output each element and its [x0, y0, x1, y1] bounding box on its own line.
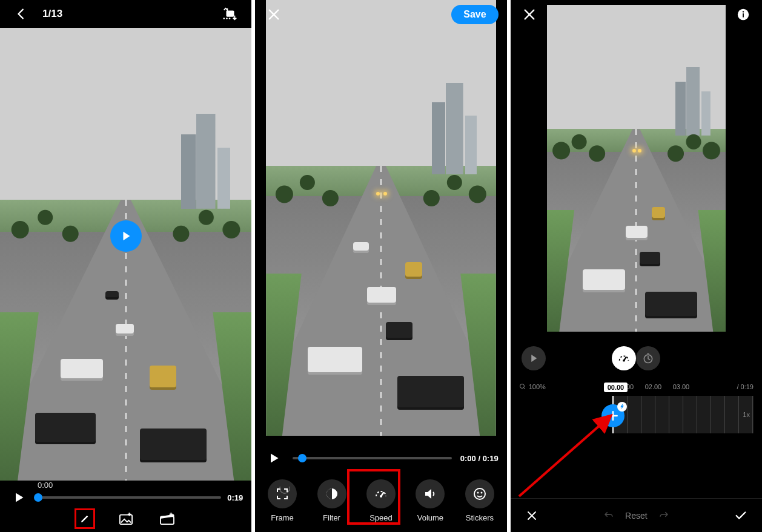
ruler-tick: 03.00: [673, 383, 701, 390]
svg-point-9: [477, 492, 479, 494]
seek-bar[interactable]: [293, 457, 451, 459]
save-button[interactable]: Save: [451, 5, 498, 24]
seek-row: 0:19: [0, 487, 251, 508]
center-controls: Reset: [603, 509, 669, 522]
play-button[interactable]: [263, 448, 284, 468]
zoom-control[interactable]: 100%: [519, 383, 546, 390]
play-icon: [528, 353, 539, 364]
ruler-tick: 02.00: [645, 383, 673, 390]
seek-knob[interactable]: [34, 493, 42, 502]
bottom-bar: Reset: [511, 498, 762, 532]
panel-media-preview: 1/13 0:00: [0, 0, 251, 532]
tool-speed[interactable]: Speed: [366, 479, 396, 522]
tool-volume[interactable]: Volume: [416, 479, 445, 522]
add-speed-point-button[interactable]: [601, 404, 625, 427]
tool-label: Stickers: [466, 513, 494, 522]
redo-icon: [658, 509, 669, 520]
svg-point-3: [229, 18, 231, 19]
svg-point-14: [623, 360, 625, 362]
track-marks: [614, 396, 754, 433]
close-button[interactable]: [519, 4, 540, 25]
play-button[interactable]: [522, 346, 546, 370]
filter-icon: [325, 487, 339, 501]
speed-mode-curve[interactable]: [612, 346, 636, 370]
back-button[interactable]: [11, 4, 31, 24]
info-button[interactable]: [733, 4, 754, 25]
svg-point-16: [520, 384, 524, 389]
seek-bar[interactable]: [35, 496, 221, 499]
svg-point-13: [743, 11, 744, 12]
stopwatch-icon: [642, 352, 654, 364]
frame-icon: [275, 487, 290, 501]
speed-mode-toggle: [612, 346, 660, 370]
close-button[interactable]: [263, 4, 284, 25]
add-clip-button[interactable]: [157, 508, 177, 529]
tool-label: Volume: [417, 513, 443, 522]
plus-icon: [607, 410, 619, 422]
confirm-button[interactable]: [731, 505, 751, 526]
volume-icon: [423, 487, 437, 501]
topbar: [511, 0, 762, 29]
tool-filter[interactable]: Filter: [317, 479, 346, 522]
svg-point-8: [474, 488, 485, 499]
close-icon: [267, 8, 280, 21]
magnifier-icon: [519, 383, 526, 390]
timeline-ruler: 100% • 01.00 02.00 03.00 / 0:19: [511, 380, 762, 393]
play-icon: [268, 452, 280, 464]
svg-rect-12: [743, 13, 744, 17]
clapper-icon: [159, 512, 175, 525]
tool-stickers[interactable]: Stickers: [465, 479, 494, 522]
seek-row: 0:00 / 0:19: [255, 448, 506, 468]
arrow-left-icon: [15, 7, 28, 21]
cancel-button[interactable]: [522, 505, 542, 526]
play-button-small[interactable]: [8, 487, 29, 508]
svg-point-2: [226, 18, 228, 19]
play-icon: [13, 491, 25, 504]
reset-button[interactable]: Reset: [625, 511, 648, 521]
svg-line-17: [519, 416, 610, 496]
tool-label: Frame: [271, 513, 294, 522]
topbar: Save: [255, 0, 506, 29]
add-image-icon: [119, 512, 133, 525]
check-icon: [734, 509, 747, 522]
speedometer-icon: [617, 352, 631, 365]
total-duration: / 0:19: [737, 383, 754, 390]
tool-row: Frame Filter Speed Volume Stickers: [255, 479, 506, 522]
panel-edit-tools: Save 0:00 / 0:19 Frame Filter Speed Volu…: [255, 0, 506, 532]
svg-point-1: [224, 18, 225, 19]
tool-frame[interactable]: Frame: [268, 479, 297, 522]
edit-button[interactable]: [75, 508, 95, 529]
time-display: 0:00 / 0:19: [460, 454, 499, 463]
play-button[interactable]: [110, 220, 142, 252]
bolt-icon: [619, 404, 625, 410]
undo-icon: [603, 509, 614, 520]
speed-track[interactable]: 1x: [612, 396, 754, 433]
svg-point-10: [480, 492, 482, 494]
bolt-badge: [617, 402, 627, 412]
speed-mode-freeze[interactable]: [636, 346, 660, 370]
video-preview[interactable]: [0, 28, 251, 481]
svg-rect-4: [120, 515, 132, 525]
playhead-time: 00.00: [604, 383, 628, 392]
speed-icon: [374, 487, 388, 501]
svg-rect-0: [227, 10, 234, 16]
media-counter: 1/13: [42, 8, 62, 20]
close-icon: [523, 8, 536, 21]
play-row: [511, 344, 762, 373]
bottom-toolbar: [0, 505, 251, 532]
close-icon: [526, 510, 537, 521]
lens-button[interactable]: [220, 4, 240, 24]
video-preview[interactable]: [266, 0, 495, 436]
play-icon: [119, 229, 133, 243]
panel-speed-editor: 100% • 01.00 02.00 03.00 / 0:19 00.00 1x: [511, 0, 762, 532]
svg-point-7: [380, 495, 382, 498]
duration-label: 0:19: [227, 493, 243, 502]
pencil-icon: [80, 512, 90, 525]
seek-knob[interactable]: [298, 454, 306, 462]
topbar: 1/13: [0, 0, 251, 28]
undo-button[interactable]: [603, 509, 614, 522]
tool-label: Filter: [323, 513, 340, 522]
add-image-button[interactable]: [116, 508, 136, 529]
video-preview[interactable]: [547, 5, 726, 332]
redo-button[interactable]: [658, 509, 669, 522]
